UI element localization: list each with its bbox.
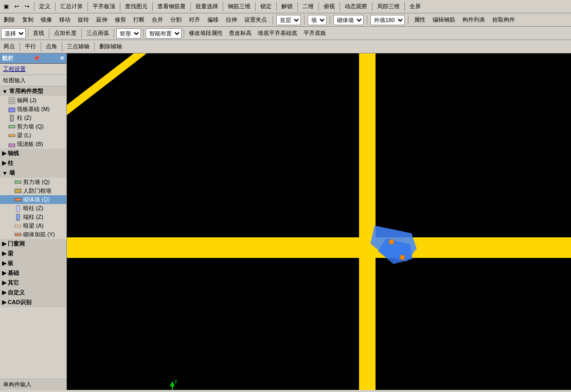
btn-unlock[interactable]: 解锁: [279, 2, 295, 11]
btn-dynamic-observe[interactable]: 动态观察: [342, 2, 370, 11]
btn-summary-calc[interactable]: 汇总计算: [58, 2, 85, 11]
separator12: [340, 2, 340, 11]
btn-define[interactable]: 定义: [37, 2, 53, 11]
btn-modify-wall-prop[interactable]: 修改墙段属性: [186, 28, 225, 38]
tree-section-custom[interactable]: ▶ 自定义: [0, 288, 66, 297]
tree-section-wall[interactable]: ▼ 墙: [0, 168, 66, 178]
btn-rotate[interactable]: 旋转: [75, 15, 92, 25]
tree-item-end-column[interactable]: 端柱 (Z): [0, 213, 66, 221]
btn-batch-select[interactable]: 批量选择: [193, 2, 221, 11]
tree-item-shear-wall[interactable]: 剪力墙 (Q): [0, 122, 66, 131]
tree-label-column: 柱 (Z): [17, 114, 31, 122]
sep-row2b: [304, 15, 305, 25]
btn-align-top[interactable]: 平齐板顶: [90, 2, 118, 11]
btn-lock[interactable]: 锁定: [258, 2, 274, 11]
btn-point-angle[interactable]: 点角: [43, 42, 60, 51]
tree-section-other[interactable]: ▶ 其它: [0, 278, 66, 288]
canvas-area[interactable]: Y: [67, 53, 571, 390]
sidebar-pin-icon[interactable]: 📌: [33, 55, 40, 62]
btn-two-point[interactable]: 两点: [1, 42, 17, 51]
tree-item-column[interactable]: 柱 (Z): [0, 114, 66, 122]
btn-top-view[interactable]: 俯视: [321, 2, 337, 11]
btn-move[interactable]: 移动: [57, 15, 73, 25]
tree-item-beam[interactable]: 梁 (L): [0, 131, 66, 140]
sidebar-close-icon[interactable]: ✕: [60, 55, 64, 62]
btn-wall-bottom-align[interactable]: 墙底平齐基础底: [255, 28, 300, 38]
btn-delete[interactable]: 删除: [1, 15, 17, 25]
btn-rebar-3d[interactable]: 钢筋三维: [225, 2, 253, 11]
sidebar-footer[interactable]: 单构件输入: [0, 379, 66, 390]
tree-section-foundation[interactable]: ▶ 基础: [0, 268, 66, 278]
tree-item-axis-grid[interactable]: 轴网 (J): [0, 96, 66, 105]
tree-item-masonry-wall[interactable]: 砌体墙 (Q): [0, 195, 66, 204]
tree-item-hidden-beam[interactable]: 暗梁 (A): [0, 221, 66, 230]
btn-copy[interactable]: 复制: [20, 15, 36, 25]
tree-expand-door: ▶: [2, 240, 6, 247]
btn-three-point-axis[interactable]: 三点辅轴: [64, 42, 92, 51]
btn-view-rebar[interactable]: 查看钢筋量: [155, 2, 188, 11]
select-mode[interactable]: 选择: [1, 28, 26, 39]
btn-component-list[interactable]: 构件列表: [460, 15, 488, 25]
select-rect[interactable]: 矩形: [116, 28, 141, 39]
tree-item-raft-foundation[interactable]: 筏板基础 (M): [0, 105, 66, 114]
btn-fullscreen[interactable]: 全屏: [407, 2, 423, 11]
tree-item-hidden-column[interactable]: 暗柱 (Z): [0, 204, 66, 213]
tree-section-cad[interactable]: ▶ CAD识别: [0, 297, 66, 307]
tree-section-door-window[interactable]: ▶ 门窗洞: [0, 239, 66, 249]
shear-wall-icon: [8, 123, 15, 130]
select-element-type[interactable]: 墙: [308, 15, 327, 25]
tree-item-shear-wall2[interactable]: 剪力墙 (Q): [0, 178, 66, 186]
select-wall-type[interactable]: 砌体墙: [333, 15, 364, 25]
btn-stretch[interactable]: 拉伸: [223, 15, 240, 25]
tree-section-col[interactable]: ▶ 柱: [0, 158, 66, 168]
btn-delete-axis[interactable]: 删除辅轴: [97, 42, 124, 51]
btn-align-bottom-slab[interactable]: 平齐底板: [301, 28, 329, 38]
tree-item-cast-slab[interactable]: 现浇板 (B): [0, 140, 66, 148]
btn-edit-rebar[interactable]: 编辑钢筋: [430, 15, 458, 25]
select-floor[interactable]: 首层: [276, 15, 301, 25]
btn-split[interactable]: 分割: [168, 15, 184, 25]
quick-access-icon1[interactable]: ▣: [1, 2, 11, 11]
btn-parallel[interactable]: 平行: [22, 42, 39, 51]
tree-expand-slab: ▶: [2, 260, 6, 267]
btn-check-height[interactable]: 查改标高: [226, 28, 254, 38]
btn-2d[interactable]: 二维: [300, 2, 316, 11]
tree-label-beam: 梁 (L): [17, 132, 31, 139]
svg-rect-9: [9, 144, 15, 147]
btn-pick-component[interactable]: 拾取构件: [490, 15, 518, 25]
btn-trim[interactable]: 修剪: [112, 15, 129, 25]
btn-local-3d[interactable]: 局部三维: [374, 2, 402, 11]
btn-align[interactable]: 对齐: [186, 15, 203, 25]
btn-mirror[interactable]: 镜像: [38, 15, 55, 25]
sep-row3b: [49, 29, 49, 38]
tree-section-axis[interactable]: ▶ 轴线: [0, 148, 66, 158]
tree-label-axis-grid: 轴网 (J): [17, 97, 37, 104]
select-smart-layout[interactable]: 智能布置: [146, 28, 182, 39]
tree-section-slab[interactable]: ▶ 板: [0, 258, 66, 268]
sidebar-header: 航栏 📌 ✕: [0, 53, 66, 64]
select-wall-spec[interactable]: 外墙180: [370, 15, 405, 25]
tree-expand-foundation: ▶: [2, 270, 6, 276]
btn-merge[interactable]: 合并: [149, 15, 166, 25]
btn-break[interactable]: 打断: [131, 15, 147, 25]
btn-set-grip[interactable]: 设置夹点: [242, 15, 270, 25]
sidebar-drawing-input[interactable]: 绘图输入: [0, 75, 66, 86]
tree-section-beam2[interactable]: ▶ 梁: [0, 249, 66, 258]
tree-label-shear-wall2: 剪力墙 (Q): [23, 178, 50, 186]
sep-row4b: [41, 42, 41, 51]
tree-item-masonry-rebar[interactable]: 砌体加筋 (Y): [0, 230, 66, 239]
tree-section-common[interactable]: ▼ 常用构件类型: [0, 86, 66, 96]
btn-offset[interactable]: 偏移: [205, 15, 221, 25]
btn-point-length[interactable]: 点加长度: [51, 28, 79, 38]
tree-item-civil-defense[interactable]: 人防门框墙: [0, 186, 66, 195]
btn-properties[interactable]: 属性: [412, 15, 428, 25]
btn-three-point-arc[interactable]: 三点画弧: [84, 28, 112, 38]
btn-line[interactable]: 直线: [30, 28, 47, 38]
btn-find-element[interactable]: 查找图元: [122, 2, 150, 11]
svg-rect-12: [15, 198, 21, 201]
quick-access-icon3[interactable]: ↪: [22, 2, 32, 11]
quick-access-icon2[interactable]: ↩: [12, 2, 22, 11]
wall-vertical-lower: [359, 254, 376, 390]
sidebar-project-settings[interactable]: 工程设置: [0, 64, 66, 75]
btn-extend[interactable]: 延伸: [94, 15, 110, 25]
